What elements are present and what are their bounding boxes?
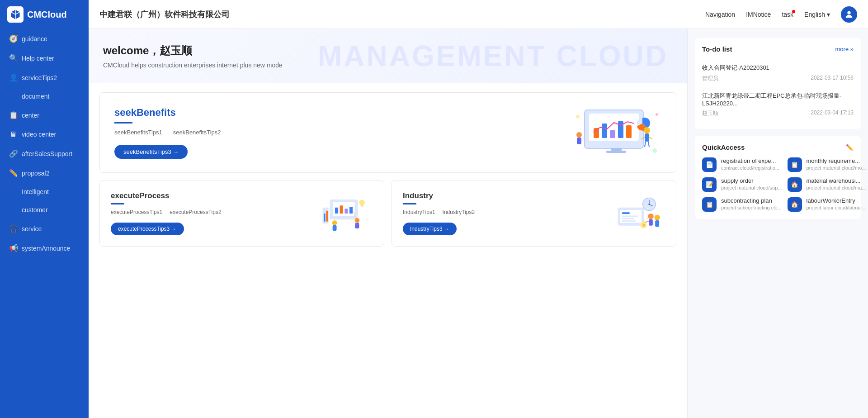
sidebar-icon-service-tips: 👤 <box>9 73 17 82</box>
benefit-tip1: seekBenefitsTips1 <box>114 129 162 136</box>
todo-item[interactable]: 收入合同登记-A20220301 管理员 2022-03-17 10:56 <box>702 59 854 87</box>
industry-card-button[interactable]: IndustryTips3 → <box>403 223 457 235</box>
sidebar-icon-video-center: 🖥 <box>9 130 17 138</box>
qa-item-monthly-req[interactable]: 📋 monthly requireme... project material … <box>788 157 866 172</box>
svg-rect-26 <box>344 209 348 214</box>
todo-item-user: 管理员 <box>702 75 718 82</box>
qa-title-material-wh: material warehousi... <box>807 177 866 184</box>
qa-icon-monthly-req: 📋 <box>788 157 802 172</box>
execute-card-underline <box>111 203 124 204</box>
content-main: MANAGEMENT CLOUD welcome，赵玉顺 CMCloud hel… <box>89 29 687 418</box>
qa-title-supply-order: supply order <box>721 177 782 184</box>
sidebar-label-video-center: video center <box>22 131 56 138</box>
sidebar-label-intelligent: Intelligent <box>22 188 49 195</box>
todo-item[interactable]: 江北新区青龙绿带二期工程EPC总承包-临时现场报量-LSJH20220... 赵… <box>702 87 854 122</box>
svg-rect-7 <box>626 125 632 138</box>
sidebar-item-service[interactable]: 🎧 service <box>0 219 89 238</box>
sidebar-item-customer[interactable]: customer <box>0 201 89 219</box>
sidebar-item-video-center[interactable]: 🖥 video center <box>0 125 89 144</box>
svg-rect-36 <box>324 214 326 222</box>
todo-more-button[interactable]: more » <box>835 46 854 52</box>
sidebar-label-center: center <box>22 112 39 119</box>
qa-sub-labour-entry: project labor cloud/labour... <box>807 205 866 210</box>
todo-item-meta: 管理员 2022-03-17 10:56 <box>702 75 854 82</box>
qa-icon-material-wh: 🏠 <box>788 177 802 192</box>
svg-point-17 <box>576 132 582 138</box>
sidebar-item-document[interactable]: document <box>0 87 89 105</box>
sidebar-item-system-announce[interactable]: 📢 systemAnnounce <box>0 238 89 258</box>
qa-item-material-wh[interactable]: 🏠 material warehousi... project material… <box>788 177 866 192</box>
qa-icon-supply-order: 📝 <box>702 177 717 192</box>
welcome-greeting: welcome，赵玉顺 <box>103 43 673 58</box>
industry-card-tips: IndustryTips1 IndustryTips2 <box>403 209 475 215</box>
sidebar-icon-center: 📋 <box>9 111 17 119</box>
svg-rect-18 <box>577 138 581 144</box>
benefit-card-illustration <box>571 105 661 160</box>
qa-item-labour-entry[interactable]: 🏠 labourWorkerEntry project labor cloud/… <box>788 197 866 212</box>
logo-icon <box>7 6 24 23</box>
qa-sub-monthly-req: project material cloud/mo... <box>807 165 866 171</box>
industry-tip1: IndustryTips1 <box>403 209 435 215</box>
execute-tip1: executeProcessTips1 <box>111 209 162 215</box>
quick-access-title: QuickAccess <box>702 143 745 151</box>
qa-icon-labour-entry: 🏠 <box>788 197 802 212</box>
company-title: 中建君联（广州）软件科技有限公司 <box>99 9 705 20</box>
svg-rect-12 <box>645 133 649 142</box>
benefit-card-underline <box>114 122 132 124</box>
qa-text-material-wh: material warehousi... project material c… <box>807 177 866 190</box>
qa-item-subcontracting[interactable]: 📋 subcontracting plan project subcontrac… <box>702 197 782 212</box>
svg-point-53 <box>654 214 660 220</box>
qa-sub-material-wh: project material cloud/ma... <box>807 185 866 190</box>
qa-icon-subcontracting: 📋 <box>702 197 717 212</box>
benefit-tip2: seekBenefitsTips2 <box>173 129 221 136</box>
sidebar-icon-system-announce: 📢 <box>9 244 17 252</box>
sidebar-label-document: document <box>22 93 49 100</box>
svg-rect-6 <box>618 121 623 138</box>
benefit-card-tips: seekBenefitsTips1 seekBenefitsTips2 <box>114 129 221 136</box>
sidebar-item-service-tips[interactable]: 👤 serviceTips2 <box>0 68 89 87</box>
user-avatar[interactable] <box>841 6 857 23</box>
nav-navigation[interactable]: Navigation <box>705 11 735 18</box>
svg-rect-24 <box>335 207 338 213</box>
sidebar-logo[interactable]: CMCloud <box>0 0 89 29</box>
svg-rect-47 <box>622 220 636 222</box>
sidebar: CMCloud 🧭 guidance 🔍 Help center 👤 servi… <box>0 0 89 418</box>
execute-card-button[interactable]: executeProcessTips3 → <box>111 223 184 235</box>
sidebar-item-proposal[interactable]: ✏️ proposal2 <box>0 163 89 183</box>
qa-title-labour-entry: labourWorkerEntry <box>807 197 866 204</box>
qa-text-monthly-req: monthly requireme... project material cl… <box>807 157 866 171</box>
logo-text: CMCloud <box>27 10 67 20</box>
svg-line-16 <box>648 142 649 147</box>
quick-access-edit-icon[interactable]: ✏️ <box>846 144 854 151</box>
industry-tip2: IndustryTips2 <box>443 209 475 215</box>
todo-title: To-do list <box>702 45 732 53</box>
qa-sub-supply-order: project material cloud/sup... <box>721 185 782 190</box>
chevron-down-icon: ▾ <box>827 11 830 18</box>
cards-section: seekBenefits seekBenefitsTips1 seekBenef… <box>89 83 687 256</box>
nav-task[interactable]: task <box>782 11 793 18</box>
qa-item-supply-order[interactable]: 📝 supply order project material cloud/su… <box>702 177 782 192</box>
qa-sub-reg-exp: contract cloud/registratio... <box>721 165 779 171</box>
svg-point-28 <box>332 220 337 225</box>
execute-card-illustration <box>319 195 373 232</box>
sidebar-item-after-sales[interactable]: 🔗 afterSalesSupport <box>0 144 89 163</box>
language-selector[interactable]: English ▾ <box>804 11 830 18</box>
svg-point-20 <box>652 148 657 153</box>
industry-card-illustration: $ <box>611 195 665 232</box>
benefit-card-button[interactable]: seekBenefitsTips3 → <box>114 145 188 159</box>
svg-rect-44 <box>622 212 630 214</box>
qa-item-reg-exp[interactable]: 📄 registration of expe... contract cloud… <box>702 157 782 172</box>
execute-card: executeProcess executeProcessTips1 execu… <box>99 180 384 247</box>
nav-im-notice[interactable]: IMNotice <box>746 11 771 18</box>
sidebar-item-guidance[interactable]: 🧭 guidance <box>0 29 89 48</box>
svg-point-19 <box>576 115 580 119</box>
qa-sub-subcontracting: project subcontracting clo... <box>721 205 782 210</box>
industry-card-title: Industry <box>403 191 475 200</box>
svg-point-11 <box>644 127 650 133</box>
sidebar-item-center[interactable]: 📋 center <box>0 105 89 125</box>
industry-card: Industry IndustryTips1 IndustryTips2 Ind… <box>392 180 676 247</box>
sidebar-item-intelligent[interactable]: Intelligent <box>0 183 89 201</box>
sidebar-item-help-center[interactable]: 🔍 Help center <box>0 48 89 68</box>
svg-rect-5 <box>610 130 615 138</box>
welcome-section: MANAGEMENT CLOUD welcome，赵玉顺 CMCloud hel… <box>89 29 687 83</box>
